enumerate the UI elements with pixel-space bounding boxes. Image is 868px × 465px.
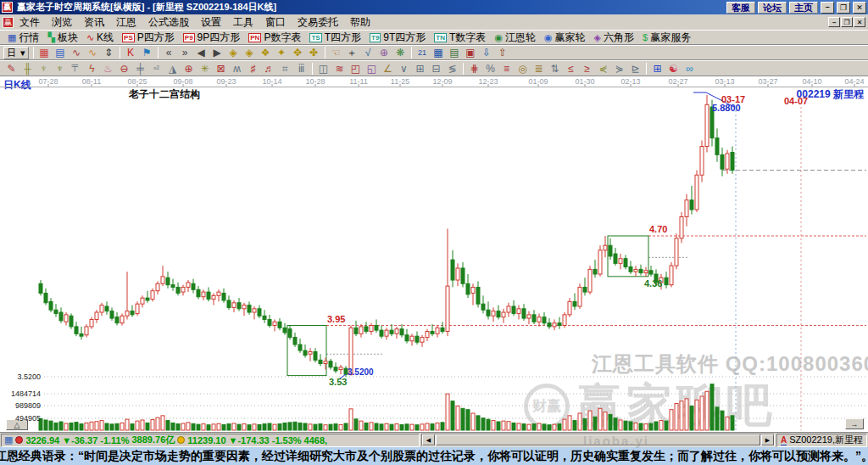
ellipse-icon[interactable]: ⊖ — [116, 62, 132, 76]
forum-link[interactable]: 论坛 — [758, 2, 787, 14]
winner-service-button[interactable]: $赢家服务 — [638, 31, 695, 44]
grid-plus-icon[interactable]: ⊞ — [412, 62, 428, 76]
corner-box2-icon[interactable]: ◱ — [364, 62, 380, 76]
angle-line4-icon[interactable]: ⋟ — [611, 62, 627, 76]
child-close-button[interactable]: ✕ — [854, 17, 865, 27]
gann-diamond5-icon[interactable]: ✥ — [290, 46, 306, 59]
grid-minus-icon[interactable]: ⊟ — [428, 62, 444, 76]
gann-diamond3-icon[interactable]: ❖ — [258, 46, 274, 59]
menu-江恩[interactable]: 江恩 — [110, 14, 142, 31]
angle-line3-icon[interactable]: ⋞ — [595, 62, 611, 76]
gann-wheel-button[interactable]: ◉江恩轮 — [490, 31, 540, 44]
fork-down-icon[interactable]: ♆ — [52, 62, 68, 76]
t-table-button[interactable]: TNT数字表 — [430, 31, 490, 44]
gold-levels-icon[interactable]: ≣ — [531, 62, 547, 76]
star-ray-icon[interactable]: ✳ — [197, 62, 213, 76]
scroll-right-arrow[interactable]: ▶ — [761, 434, 774, 445]
kline-button[interactable]: ∿K线 — [82, 31, 118, 44]
close-button[interactable]: ✕ — [853, 2, 866, 14]
sectors-button[interactable]: ▚板块 — [43, 31, 81, 44]
trend-check-icon[interactable]: √ — [360, 46, 376, 59]
gann-diamond1-icon[interactable]: ◈ — [225, 46, 242, 59]
next-bar-icon[interactable]: ▶ — [209, 46, 225, 59]
upload-icon[interactable]: ⇧ — [495, 46, 511, 59]
ratio-grid-icon[interactable]: ⋕ — [466, 62, 482, 76]
p-square-button[interactable]: PSP四方形 — [118, 31, 179, 44]
wave1-icon[interactable]: ∿ — [69, 46, 85, 59]
pencil-icon[interactable]: ✎ — [3, 62, 19, 76]
quotes-grid-icon[interactable]: ▦ — [4, 434, 13, 445]
fork-up-icon[interactable]: ♆ — [36, 62, 52, 76]
period-dropdown[interactable]: 日 ▾ — [3, 47, 29, 59]
notepad-icon[interactable]: ▤ — [447, 46, 463, 59]
w-wave-icon[interactable]: ʍ — [229, 62, 245, 76]
report-icon[interactable]: ▤ — [53, 46, 69, 59]
p-table-button[interactable]: PNP数字表 — [244, 31, 305, 44]
calendar-21-icon[interactable]: 21 — [415, 46, 431, 59]
hash-grid-icon[interactable]: ⌗ — [277, 62, 293, 76]
gann-diamond2-icon[interactable]: ◈ — [242, 46, 258, 59]
angle-icon[interactable]: ∠ — [380, 62, 396, 76]
t-square-button[interactable]: TST四方形 — [305, 31, 365, 44]
save-icon[interactable]: ▣ — [463, 46, 479, 59]
homepage-link[interactable]: 主页 — [789, 2, 818, 14]
prev-bar-icon[interactable]: ◀ — [193, 46, 209, 59]
taiji-icon[interactable]: ☯ — [665, 62, 682, 76]
square-chart-icon[interactable]: ⊞ — [649, 62, 665, 76]
9t-square-button[interactable]: T99T四方形 — [365, 31, 430, 44]
n-square-icon[interactable]: ⁿ² — [148, 62, 164, 76]
menu-交易委托[interactable]: 交易委托 — [292, 14, 344, 31]
notes-icon[interactable]: ♬ — [261, 62, 277, 76]
scroll-left-arrow[interactable]: ◀ — [422, 434, 435, 445]
minimize-button[interactable]: － — [821, 2, 834, 14]
cycle-circle-icon[interactable]: ⊕ — [181, 62, 197, 76]
t-line-icon[interactable]: 〒 — [68, 62, 84, 76]
restore-button[interactable]: ❐ — [837, 2, 850, 14]
menu-窗口[interactable]: 窗口 — [259, 14, 292, 31]
gann-diamond6-icon[interactable]: ✤ — [306, 46, 322, 59]
chart-panel-icon[interactable]: ▦ — [36, 46, 53, 59]
angle-line5-icon[interactable]: ⊵ — [627, 62, 643, 76]
spiral-icon[interactable]: ♨ — [100, 62, 116, 76]
child-restore-button[interactable]: ❐ — [841, 17, 853, 27]
check-line-icon[interactable]: ∨ — [396, 62, 412, 76]
chart-area[interactable]: 日K线 老子十二宫结构 002219 新里程 江恩工具软件 QQ:1008003… — [0, 76, 868, 432]
fan-lines-icon[interactable]: ≋ — [331, 62, 348, 76]
candle-style-icon[interactable]: ⇕ — [101, 46, 117, 59]
angle-line2-icon[interactable]: ≥ — [579, 62, 595, 76]
first-bar-icon[interactable]: « — [161, 46, 177, 59]
hexagon-button[interactable]: ◈六角形 — [590, 31, 638, 44]
9p-square-button[interactable]: P99P四方形 — [179, 31, 244, 44]
gann-grid-icon[interactable]: ╫ — [19, 62, 36, 76]
calculator-icon[interactable]: ▦ — [431, 46, 447, 59]
percent-icon[interactable]: % — [482, 62, 498, 76]
crosshair-icon[interactable]: ＋ — [344, 46, 360, 59]
wave2-icon[interactable]: ∿ — [85, 46, 101, 59]
menu-公式选股[interactable]: 公式选股 — [142, 14, 195, 31]
box-x-icon[interactable]: ⊠ — [213, 62, 229, 76]
last-bar-icon[interactable]: » — [177, 46, 193, 59]
split-box-icon[interactable]: ◫ — [315, 62, 331, 76]
quotes-button[interactable]: ▦行情 — [3, 31, 43, 44]
flag-icon[interactable]: ⚑ — [139, 46, 155, 59]
menu-工具[interactable]: 工具 — [227, 14, 259, 31]
k-pattern-icon[interactable]: K — [123, 46, 139, 59]
menu-浏览[interactable]: 浏览 — [46, 14, 78, 31]
triangle-icon[interactable]: ◮ — [164, 62, 181, 76]
child-minimize-button[interactable]: － — [828, 17, 840, 27]
target-icon[interactable]: ⊕ — [376, 46, 392, 59]
support-link[interactable]: 客服 — [726, 2, 755, 14]
scroll-right-chart-button[interactable]: → — [845, 418, 864, 429]
infinity-icon[interactable]: ∞ — [682, 62, 698, 76]
menu-设置[interactable]: 设置 — [195, 14, 227, 31]
corner-box-icon[interactable]: ◰ — [348, 62, 364, 76]
pattern-icon[interactable]: ❋ — [392, 46, 409, 59]
gold-circle-icon[interactable]: ◎ — [515, 62, 531, 76]
band-icon[interactable]: ♯ — [245, 62, 261, 76]
kline-chart[interactable]: 5.880003-1704-074.704.363.953.533.5200 — [0, 76, 868, 432]
bars-icon[interactable]: ⅲ — [293, 62, 309, 76]
horizontal-scrollbar[interactable]: ◀ ▶ — [421, 434, 775, 446]
scrollbar-thumb[interactable] — [436, 434, 760, 445]
angle-line1-icon[interactable]: ≤ — [563, 62, 579, 76]
download-icon[interactable]: ⇩ — [479, 46, 495, 59]
